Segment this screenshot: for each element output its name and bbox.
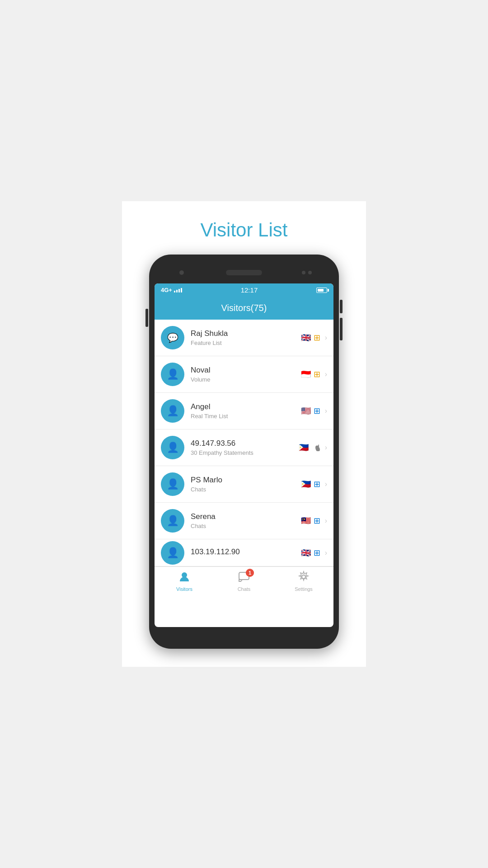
visitor-name: Serena bbox=[191, 512, 301, 521]
phone-top-bezel bbox=[155, 262, 333, 283]
visitor-avatar: 👤 bbox=[161, 363, 184, 386]
visitor-name: Noval bbox=[191, 366, 301, 375]
nav-icon-wrap-visitors bbox=[178, 571, 191, 585]
nav-item-chats[interactable]: 1 Chats bbox=[214, 571, 274, 592]
visitor-row[interactable]: 👤 103.19.112.90 🇬🇧 ⊞ › bbox=[155, 539, 333, 566]
chevron-icon: › bbox=[325, 370, 327, 378]
os-icon-windows-blue: ⊞ bbox=[314, 548, 320, 558]
os-icon-windows-blue: ⊞ bbox=[314, 406, 320, 416]
visitor-name: 49.147.93.56 bbox=[191, 439, 299, 448]
chevron-icon: › bbox=[325, 549, 327, 557]
visitor-page: Volume bbox=[191, 376, 301, 383]
visitor-meta: 🇺🇸 ⊞ › bbox=[301, 406, 327, 416]
sensor-dots bbox=[302, 271, 312, 274]
visitor-name: Raj Shukla bbox=[191, 329, 301, 338]
sensor-dot-2 bbox=[308, 271, 312, 274]
phone-bottom-bezel bbox=[155, 627, 333, 642]
nav-label-visitors: Visitors bbox=[176, 586, 192, 592]
person-icon: 👤 bbox=[167, 405, 179, 417]
nav-item-settings[interactable]: Settings bbox=[274, 571, 333, 592]
signal-bar-3 bbox=[178, 289, 180, 292]
person-icon: 👤 bbox=[167, 368, 179, 380]
sensor-dot-1 bbox=[302, 271, 305, 274]
status-left: 4G+ bbox=[161, 287, 182, 293]
person-icon: 👤 bbox=[167, 478, 179, 490]
signal-bar-2 bbox=[176, 290, 178, 292]
visitor-row[interactable]: 👤 Serena Chats 🇲🇾 ⊞ › bbox=[155, 503, 333, 539]
nav-icon-wrap-settings bbox=[297, 571, 310, 585]
status-time: 12:17 bbox=[241, 286, 258, 294]
visitor-page: Real Time List bbox=[191, 413, 301, 420]
apple-logo-icon bbox=[314, 444, 320, 452]
visitor-row[interactable]: 👤 Angel Real Time List 🇺🇸 ⊞ › bbox=[155, 393, 333, 429]
page-title: Visitor List bbox=[201, 219, 288, 241]
person-icon: 👤 bbox=[167, 442, 179, 453]
visitor-page: 30 Empathy Statements bbox=[191, 449, 299, 456]
nav-label-settings: Settings bbox=[295, 586, 313, 592]
visitor-name: 103.19.112.90 bbox=[191, 547, 301, 557]
visitor-avatar: 👤 bbox=[161, 472, 184, 496]
visitor-avatar: 💬 bbox=[161, 326, 184, 349]
battery-fill bbox=[318, 289, 324, 292]
visitor-info: PS Marlo Chats bbox=[191, 476, 301, 493]
visitor-page: Feature List bbox=[191, 340, 301, 346]
country-flag: 🇮🇩 bbox=[301, 369, 311, 379]
visitor-row[interactable]: 👤 49.147.93.56 30 Empathy Statements 🇵🇭 … bbox=[155, 429, 333, 466]
visitor-avatar: 👤 bbox=[161, 436, 184, 459]
visitor-list: 💬 Raj Shukla Feature List 🇬🇧 ⊞ › bbox=[155, 320, 333, 566]
visitor-row[interactable]: 💬 Raj Shukla Feature List 🇬🇧 ⊞ › bbox=[155, 320, 333, 356]
signal-bar-4 bbox=[181, 288, 182, 292]
country-flag: 🇬🇧 bbox=[301, 333, 311, 343]
visitor-info: Raj Shukla Feature List bbox=[191, 329, 301, 346]
status-bar: 4G+ 12:17 bbox=[155, 283, 333, 297]
volume-up-button bbox=[340, 300, 343, 313]
header-title: Visitors(75) bbox=[221, 303, 267, 313]
battery-indicator bbox=[316, 288, 327, 293]
visitor-page: Chats bbox=[191, 486, 301, 493]
power-button bbox=[145, 309, 148, 327]
visitor-info: 49.147.93.56 30 Empathy Statements bbox=[191, 439, 299, 456]
country-flag: 🇵🇭 bbox=[299, 443, 309, 453]
visitor-page: Chats bbox=[191, 523, 301, 529]
visitor-meta: 🇲🇾 ⊞ › bbox=[301, 516, 327, 526]
visitor-info: Angel Real Time List bbox=[191, 402, 301, 420]
volume-down-button bbox=[340, 318, 343, 340]
visitor-avatar: 👤 bbox=[161, 541, 184, 565]
visitors-nav-icon bbox=[178, 571, 191, 583]
phone-shell: 4G+ 12:17 Visitors(75) bbox=[149, 255, 339, 649]
person-icon: 👤 bbox=[167, 547, 179, 559]
visitor-avatar: 👤 bbox=[161, 509, 184, 533]
phone-screen: 4G+ 12:17 Visitors(75) bbox=[155, 283, 333, 627]
network-label: 4G+ bbox=[161, 287, 172, 293]
person-icon: 👤 bbox=[167, 515, 179, 527]
os-icon-windows-blue: ⊞ bbox=[314, 479, 320, 489]
os-icon-windows-color: ⊞ bbox=[314, 369, 320, 379]
os-icon-windows-blue: ⊞ bbox=[314, 516, 320, 526]
country-flag: 🇵🇭 bbox=[301, 479, 311, 489]
visitor-row[interactable]: 👤 PS Marlo Chats 🇵🇭 ⊞ › bbox=[155, 466, 333, 503]
visitor-meta: 🇬🇧 ⊞ › bbox=[301, 548, 327, 558]
chevron-icon: › bbox=[325, 443, 327, 452]
bottom-navigation: Visitors 1 Chats bbox=[155, 566, 333, 594]
nav-icon-wrap-chats: 1 bbox=[238, 571, 250, 585]
chevron-icon: › bbox=[325, 407, 327, 415]
signal-bars bbox=[174, 288, 182, 292]
chevron-icon: › bbox=[325, 480, 327, 488]
nav-label-chats: Chats bbox=[238, 586, 251, 592]
visitor-avatar: 👤 bbox=[161, 399, 184, 423]
chats-badge: 1 bbox=[246, 569, 254, 577]
chevron-icon: › bbox=[325, 517, 327, 525]
earpiece-speaker bbox=[226, 270, 262, 275]
country-flag: 🇲🇾 bbox=[301, 516, 311, 526]
chat-bubble-icon: 💬 bbox=[167, 332, 178, 343]
signal-bar-1 bbox=[174, 291, 175, 292]
visitor-meta: 🇵🇭 › bbox=[299, 443, 327, 453]
visitor-name: PS Marlo bbox=[191, 476, 301, 485]
visitor-row[interactable]: 👤 Noval Volume 🇮🇩 ⊞ › bbox=[155, 356, 333, 393]
country-flag: 🇺🇸 bbox=[301, 406, 311, 416]
front-camera bbox=[179, 270, 184, 275]
nav-item-visitors[interactable]: Visitors bbox=[155, 571, 214, 592]
visitor-name: Angel bbox=[191, 402, 301, 411]
os-icon-windows-color: ⊞ bbox=[314, 333, 320, 343]
status-right bbox=[316, 288, 327, 293]
